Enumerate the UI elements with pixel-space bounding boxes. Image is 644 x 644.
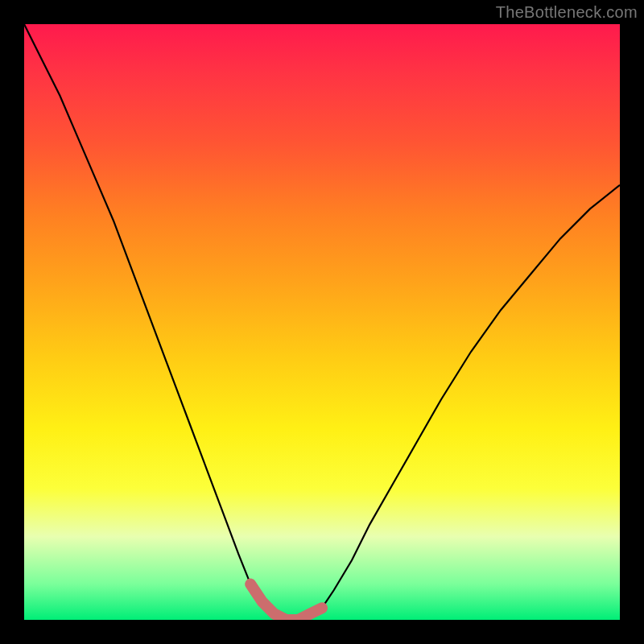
watermark-label: TheBottleneck.com xyxy=(496,3,638,22)
chart-frame: TheBottleneck.com xyxy=(0,0,644,644)
plot-area xyxy=(24,24,620,620)
background-gradient xyxy=(24,24,620,620)
